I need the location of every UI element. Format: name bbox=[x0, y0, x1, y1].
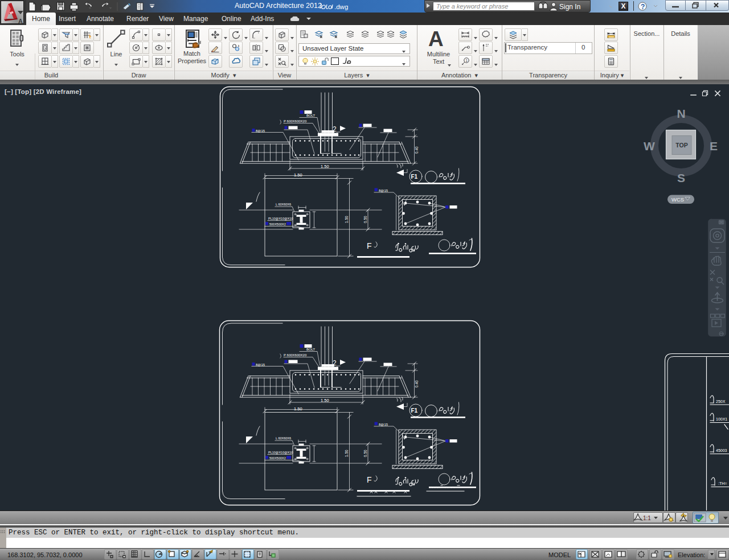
svg-text:WCS: WCS bbox=[671, 196, 684, 203]
svg-text:Sign In: Sign In bbox=[559, 3, 580, 11]
svg-text:?: ? bbox=[641, 3, 645, 11]
svg-text:E: E bbox=[710, 139, 718, 153]
svg-text:1:1: 1:1 bbox=[643, 515, 651, 521]
svg-text:45003: 45003 bbox=[716, 448, 727, 452]
svg-text:100X1: 100X1 bbox=[716, 417, 727, 421]
svg-text:W: W bbox=[644, 139, 655, 153]
svg-text:A: A bbox=[18, 18, 23, 24]
svg-text:S: S bbox=[677, 171, 685, 184]
svg-text:N: N bbox=[677, 107, 685, 120]
svg-text::TH=: :TH= bbox=[718, 481, 727, 485]
svg-text:.dwg: .dwg bbox=[334, 3, 348, 10]
svg-text:TOP: TOP bbox=[675, 142, 687, 149]
svg-text:250X: 250X bbox=[716, 400, 726, 403]
